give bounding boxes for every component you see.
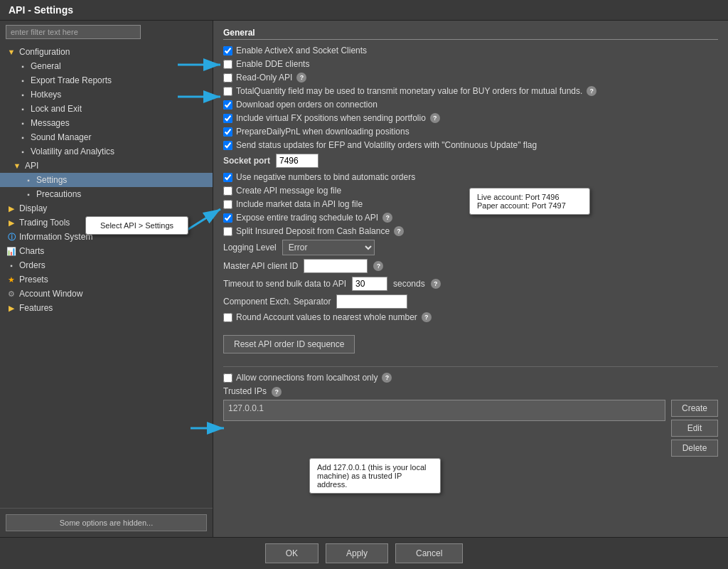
sidebar-item-precautions[interactable]: ▪ Precautions [0, 187, 213, 201]
sidebar-item-api[interactable]: ▼ API [0, 159, 213, 173]
socket-port-input[interactable] [276, 154, 318, 168]
sidebar-item-sound[interactable]: ▪ Sound Manager [0, 130, 213, 144]
label-prepare-daily[interactable]: PrepareDailyPnL when downloading positio… [223, 127, 410, 137]
label-enable-activex[interactable]: Enable ActiveX and Socket Clients [223, 46, 367, 55]
sidebar-item-charts[interactable]: 📊 Charts [0, 244, 213, 258]
folder-icon-display: ▶ [6, 203, 17, 214]
hidden-options-button[interactable]: Some options are hidden... [6, 514, 207, 531]
trusted-ips-label: Trusted IPs [223, 386, 267, 396]
text-prepare-daily: PrepareDailyPnL when downloading positio… [236, 127, 410, 137]
sidebar-item-display[interactable]: ▶ Display [0, 201, 213, 216]
label-expose-trading[interactable]: Expose entire trading schedule to API [223, 213, 378, 223]
checkbox-create-log[interactable] [223, 186, 232, 196]
text-total-qty: TotalQuantity field may be used to trans… [236, 86, 582, 96]
label-virtual-fx[interactable]: Include virtual FX positions when sendin… [223, 113, 426, 123]
sidebar-item-account[interactable]: ⚙ Account Window [0, 287, 213, 301]
label-send-status[interactable]: Send status updates for EFP and Volatili… [223, 140, 537, 150]
cancel-button[interactable]: Cancel [395, 543, 463, 563]
checkbox-enable-activex[interactable] [223, 46, 232, 55]
label-round-account[interactable]: Round Account values to nearest whole nu… [223, 312, 417, 322]
text-include-market: Include market data in API log file [236, 199, 363, 209]
sidebar: ▼ Configuration ▪ General ▪ Export Trade… [0, 21, 213, 537]
help-icon-readonly[interactable]: ? [296, 73, 306, 83]
label-readonly-api[interactable]: Read-Only API [223, 73, 292, 83]
row-enable-dde: Enable DDE clients [223, 59, 718, 69]
sidebar-label-lock: Lock and Exit [31, 104, 82, 114]
master-api-input[interactable] [304, 259, 368, 273]
folder-icon-api: ▼ [11, 160, 23, 171]
sidebar-item-api-settings[interactable]: ▪ Settings [0, 173, 213, 187]
help-icon-expose[interactable]: ? [382, 213, 392, 223]
doc-icon-messages: ▪ [17, 117, 28, 129]
sidebar-label-information: Information System [19, 232, 92, 242]
help-icon-timeout[interactable]: ? [431, 279, 441, 289]
doc-icon-precautions: ▪ [23, 188, 34, 200]
sidebar-label-features: Features [19, 303, 53, 313]
callout-api-text: Select API > Settings [100, 221, 173, 230]
label-enable-dde[interactable]: Enable DDE clients [223, 59, 309, 69]
label-allow-localhost[interactable]: Allow connections from localhost only [223, 373, 378, 383]
sidebar-label-configuration: Configuration [19, 47, 70, 57]
checkbox-prepare-daily[interactable] [223, 127, 232, 137]
logging-select[interactable]: Error Warning Info Debug [282, 240, 375, 255]
component-input[interactable] [336, 294, 407, 309]
label-split-insured[interactable]: Split Insured Deposit from Cash Balance [223, 226, 390, 236]
checkbox-split-insured[interactable] [223, 227, 232, 236]
checkbox-virtual-fx[interactable] [223, 114, 232, 123]
sidebar-item-lock[interactable]: ▪ Lock and Exit [0, 102, 213, 116]
sidebar-item-orders[interactable]: ▪ Orders [0, 258, 213, 272]
content-area: ▼ Configuration ▪ General ▪ Export Trade… [0, 21, 728, 537]
help-icon-master[interactable]: ? [373, 261, 383, 271]
checkbox-use-negative[interactable] [223, 173, 232, 182]
sidebar-item-export[interactable]: ▪ Export Trade Reports [0, 73, 213, 87]
sidebar-item-presets[interactable]: ★ Presets [0, 272, 213, 287]
help-icon-virtual-fx[interactable]: ? [430, 113, 440, 123]
delete-ip-button[interactable]: Delete [671, 440, 718, 457]
timeout-input[interactable] [352, 277, 387, 291]
checkbox-total-qty[interactable] [223, 87, 232, 96]
checkbox-expose-trading[interactable] [223, 213, 232, 223]
doc-icon-lock: ▪ [17, 103, 28, 115]
label-total-qty[interactable]: TotalQuantity field may be used to trans… [223, 86, 582, 96]
label-include-market[interactable]: Include market data in API log file [223, 199, 363, 209]
doc-icon-general: ▪ [17, 60, 28, 72]
sidebar-item-configuration[interactable]: ▼ Configuration [0, 45, 213, 59]
sidebar-label-sound: Sound Manager [31, 132, 91, 142]
text-enable-dde: Enable DDE clients [236, 59, 309, 69]
row-send-status: Send status updates for EFP and Volatili… [223, 140, 718, 150]
checkbox-readonly-api[interactable] [223, 73, 232, 83]
checkbox-send-status[interactable] [223, 141, 232, 150]
timeout-label: Timeout to send bulk data to API [223, 279, 346, 289]
create-ip-button[interactable]: Create [671, 400, 718, 417]
filter-input[interactable] [6, 25, 141, 39]
help-icon-total-qty[interactable]: ? [587, 86, 596, 96]
sidebar-item-features[interactable]: ▶ Features [0, 301, 213, 315]
ok-button[interactable]: OK [265, 543, 318, 563]
apply-button[interactable]: Apply [326, 543, 388, 563]
text-download-orders: Download open orders on connection [236, 100, 378, 110]
row-virtual-fx: Include virtual FX positions when sendin… [223, 113, 718, 123]
sidebar-item-hotkeys[interactable]: ▪ Hotkeys [0, 87, 213, 102]
label-use-negative[interactable]: Use negative numbers to bind automatic o… [223, 172, 415, 182]
checkbox-download-orders[interactable] [223, 100, 232, 110]
checkbox-round-account[interactable] [223, 313, 232, 322]
sidebar-item-volatility[interactable]: ▪ Volatility and Analytics [0, 144, 213, 159]
sidebar-item-general[interactable]: ▪ General [0, 59, 213, 73]
sidebar-label-hotkeys: Hotkeys [31, 90, 61, 100]
label-download-orders[interactable]: Download open orders on connection [223, 100, 378, 110]
help-icon-localhost[interactable]: ? [382, 373, 392, 383]
label-create-log[interactable]: Create API message log file [223, 186, 341, 196]
callout-port-line1: Live account: Port 7496 [477, 193, 582, 201]
sidebar-item-messages[interactable]: ▪ Messages [0, 116, 213, 130]
checkbox-allow-localhost[interactable] [223, 373, 232, 383]
reset-button[interactable]: Reset API order ID sequence [223, 335, 355, 353]
text-allow-localhost: Allow connections from localhost only [236, 373, 378, 383]
checkbox-include-market[interactable] [223, 200, 232, 209]
help-icon-round[interactable]: ? [422, 312, 432, 322]
edit-ip-button[interactable]: Edit [671, 420, 718, 437]
help-icon-split[interactable]: ? [394, 226, 404, 236]
checkbox-enable-dde[interactable] [223, 60, 232, 69]
row-allow-localhost: Allow connections from localhost only ? [223, 373, 718, 383]
help-icon-trusted[interactable]: ? [272, 387, 282, 397]
sidebar-bottom: Some options are hidden... [0, 508, 213, 537]
